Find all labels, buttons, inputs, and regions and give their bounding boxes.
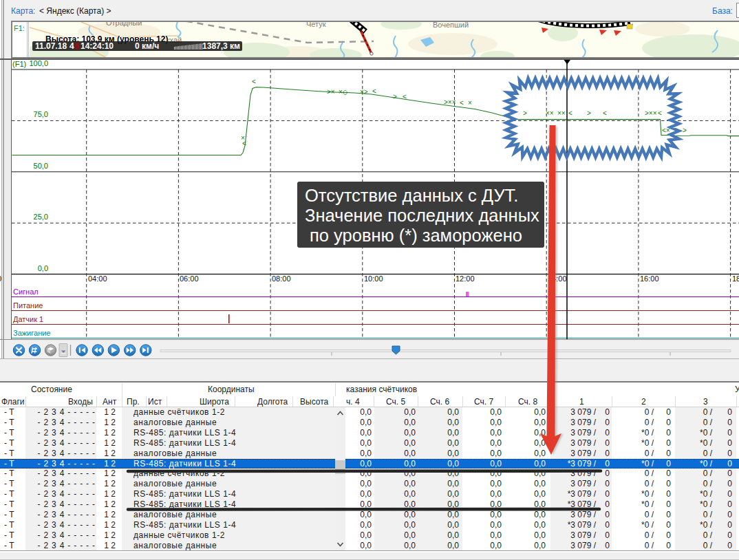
svg-text:>×: >× — [327, 88, 335, 96]
svg-text:<: < — [252, 78, 256, 85]
svg-text:>: > — [523, 109, 527, 117]
svg-text:××: ×× — [546, 109, 554, 117]
svg-text:Отрадный: Отрадный — [106, 22, 142, 27]
svg-text:<: < — [658, 109, 662, 117]
svg-text:Вочепший: Вочепший — [433, 22, 469, 29]
svg-text:<×: <× — [662, 127, 670, 134]
svg-text:<: < — [568, 109, 572, 117]
svg-text:>××: >×× — [444, 98, 456, 106]
svg-text:<: < — [372, 87, 376, 95]
svg-text:<: < — [460, 99, 464, 107]
svg-text:<: < — [403, 93, 407, 100]
svg-text:<: < — [242, 140, 246, 147]
svg-text:>: > — [683, 127, 687, 134]
svg-text:>: > — [393, 93, 397, 100]
svg-text:×◇: ×◇ — [339, 88, 348, 96]
svg-text:××: ×× — [557, 109, 566, 117]
svg-text:Четук: Четук — [306, 22, 326, 28]
svg-text:×: × — [468, 99, 472, 107]
svg-text:<: < — [603, 109, 607, 117]
svg-text:>: > — [587, 109, 591, 117]
svg-text:>××: >×× — [645, 109, 657, 117]
svg-text:×>: ×> — [360, 88, 368, 96]
